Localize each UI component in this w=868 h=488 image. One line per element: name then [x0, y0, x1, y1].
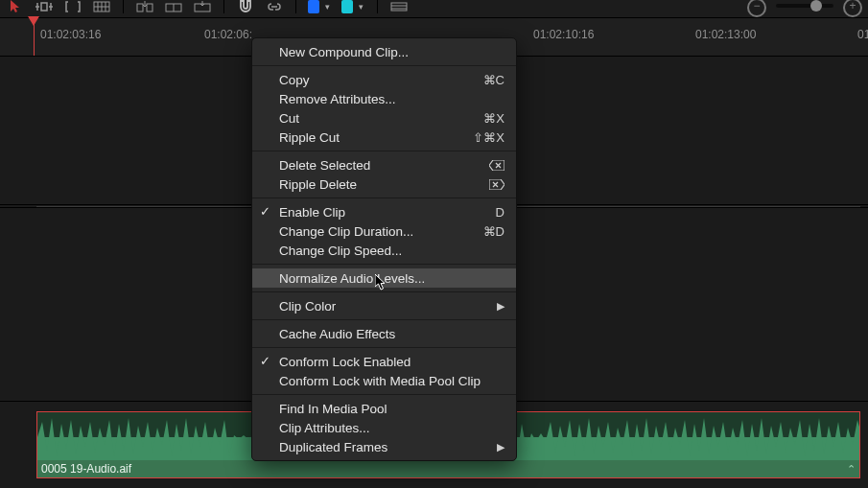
menu-clip-attributes[interactable]: Clip Attributes... — [252, 418, 516, 437]
menu-ripple-cut[interactable]: Ripple Cut⇧⌘X — [252, 128, 516, 147]
zoom-in-button[interactable]: + — [843, 0, 862, 17]
zoom-slider-thumb[interactable] — [810, 0, 822, 12]
menu-label: Cut — [279, 111, 299, 126]
arrow-tool-icon[interactable] — [6, 0, 25, 13]
menu-duplicated-frames[interactable]: Duplicated Frames▶ — [252, 437, 516, 456]
playhead-marker-icon — [28, 16, 39, 26]
menu-copy[interactable]: Copy⌘C — [252, 70, 516, 89]
ruler-tick: 01:02:10:16 — [533, 28, 594, 41]
menu-label: Change Clip Speed... — [279, 244, 402, 258]
menu-shortcut: ⇧⌘X — [473, 130, 504, 145]
strip-icon[interactable] — [389, 0, 409, 13]
check-icon: ✓ — [260, 204, 270, 219]
menu-label: Duplicated Frames — [279, 440, 387, 454]
trim-tool-icon[interactable] — [35, 0, 54, 13]
menu-delete-selected[interactable]: Delete Selected — [252, 155, 516, 174]
grid-tool-icon[interactable] — [92, 0, 111, 13]
chevron-down-icon: ▾ — [322, 0, 332, 13]
ruler-tick: 01 — [857, 28, 868, 41]
check-icon: ✓ — [260, 354, 270, 368]
menu-cache-audio-effects[interactable]: Cache Audio Effects — [252, 324, 516, 343]
menu-new-compound-clip[interactable]: New Compound Clip... — [252, 42, 516, 61]
menu-shortcut: D — [496, 205, 504, 220]
svg-rect-2 — [147, 4, 152, 12]
menu-label: Cache Audio Effects — [279, 327, 395, 341]
menu-label: Remove Attributes... — [279, 92, 396, 106]
flag-teal-icon — [341, 0, 353, 13]
ruler-tick: 01:02:13:00 — [695, 28, 756, 41]
menu-conform-lock-media-pool[interactable]: Conform Lock with Media Pool Clip — [252, 371, 516, 390]
top-toolbar: ▾ ▾ − + — [0, 0, 868, 17]
menu-clip-color[interactable]: Clip Color▶ — [252, 296, 516, 315]
menu-separator — [252, 264, 516, 265]
ruler-tick: 01:02:03:16 — [40, 28, 101, 41]
menu-separator — [252, 151, 516, 151]
flag-blue-icon — [308, 0, 319, 13]
clip-expand-icon[interactable]: ⌃ — [847, 463, 856, 476]
flag-blue-picker[interactable]: ▾ — [308, 0, 332, 13]
menu-find-in-media-pool[interactable]: Find In Media Pool — [252, 399, 516, 418]
menu-label: Enable Clip — [279, 205, 345, 220]
menu-label: Ripple Delete — [279, 177, 357, 192]
menu-shortcut: ⌘X — [483, 111, 504, 126]
menu-label: Clip Color — [279, 299, 336, 314]
menu-change-speed[interactable]: Change Clip Speed... — [252, 241, 516, 260]
menu-label: Delete Selected — [279, 158, 370, 173]
magnet-icon[interactable] — [236, 0, 255, 13]
menu-remove-attributes[interactable]: Remove Attributes... — [252, 89, 516, 108]
menu-label: Find In Media Pool — [279, 402, 387, 416]
menu-label: Clip Attributes... — [279, 421, 370, 435]
link-icon[interactable] — [265, 0, 284, 13]
toolbar-separator — [377, 0, 378, 13]
menu-label: Ripple Cut — [279, 130, 340, 145]
menu-conform-lock-enabled[interactable]: ✓Conform Lock Enabled — [252, 352, 516, 371]
menu-cut[interactable]: Cut⌘X — [252, 108, 516, 128]
menu-label: Conform Lock Enabled — [279, 355, 411, 369]
menu-separator — [252, 198, 516, 198]
menu-label: Normalize Audio Levels... — [279, 271, 425, 286]
forward-delete-icon — [489, 179, 504, 190]
zoom-out-button[interactable]: − — [747, 0, 766, 17]
toolbar-separator — [223, 0, 224, 13]
ruler-tick: 01:02:06: — [204, 28, 252, 41]
menu-separator — [252, 65, 516, 66]
menu-normalize-audio[interactable]: Normalize Audio Levels... — [252, 268, 516, 288]
menu-shortcut: ⌘D — [483, 224, 504, 239]
overwrite-clip-icon[interactable] — [164, 0, 183, 13]
toolbar-separator — [123, 0, 124, 13]
menu-change-duration[interactable]: Change Clip Duration...⌘D — [252, 221, 516, 241]
menu-separator — [252, 291, 516, 292]
menu-separator — [252, 319, 516, 320]
menu-separator — [252, 394, 516, 395]
backspace-icon — [489, 160, 504, 171]
menu-shortcut: ⌘C — [483, 73, 504, 87]
menu-enable-clip[interactable]: ✓Enable ClipD — [252, 202, 516, 221]
toolbar-separator — [295, 0, 296, 13]
menu-separator — [252, 347, 516, 348]
menu-label: Copy — [279, 73, 310, 87]
clip-context-menu: New Compound Clip... Copy⌘C Remove Attri… — [251, 37, 517, 461]
replace-clip-icon[interactable] — [193, 0, 212, 13]
menu-label: New Compound Clip... — [279, 45, 409, 59]
menu-ripple-delete[interactable]: Ripple Delete — [252, 174, 516, 194]
chevron-down-icon: ▾ — [356, 0, 365, 13]
audio-clip-label: 0005 19-Audio.aif — [37, 460, 859, 477]
bracket-tool-icon[interactable] — [63, 0, 82, 13]
flag-teal-picker[interactable]: ▾ — [341, 0, 365, 13]
svg-rect-5 — [391, 3, 407, 11]
svg-rect-1 — [137, 4, 143, 12]
menu-label: Change Clip Duration... — [279, 224, 413, 239]
menu-label: Conform Lock with Media Pool Clip — [279, 374, 481, 388]
submenu-arrow-icon: ▶ — [497, 441, 504, 453]
insert-clip-icon[interactable] — [135, 0, 154, 13]
submenu-arrow-icon: ▶ — [497, 300, 504, 313]
zoom-slider[interactable] — [776, 4, 833, 8]
